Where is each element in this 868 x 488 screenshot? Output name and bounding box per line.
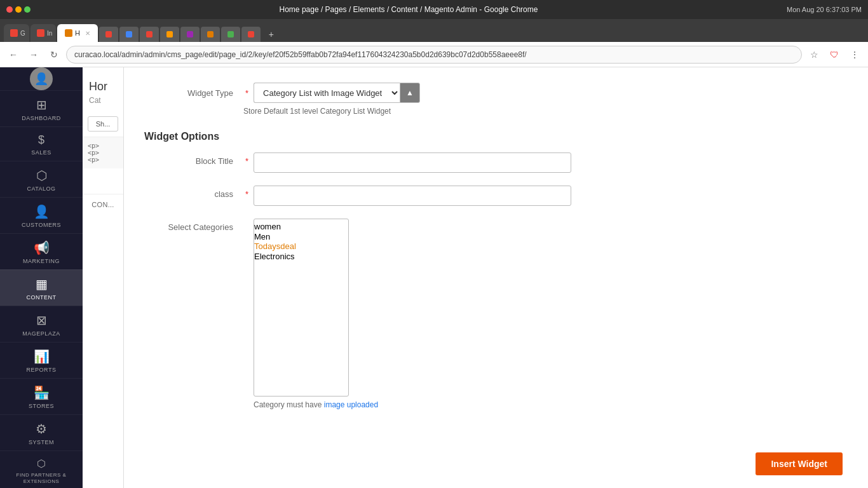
system-tray: Mon Aug 20 6:37:03 PM: [787, 6, 862, 13]
address-bar-row: ← → ↻ curacao.local/admin/admin/cms_page…: [0, 42, 868, 67]
system-icon: ⚙: [36, 421, 47, 437]
chevron-up-icon: ▲: [406, 88, 414, 97]
tab-small-4[interactable]: [160, 27, 179, 42]
partners-icon: ⬡: [37, 458, 46, 470]
logo-avatar: 👤: [30, 67, 53, 90]
sidebar-item-reports[interactable]: 📊 REPORTS: [0, 342, 83, 378]
sidebar-item-system[interactable]: ⚙ SYSTEM: [0, 414, 83, 451]
sidebar-item-content[interactable]: ▦ CONTENT: [0, 269, 83, 306]
block-title-row: Block Title *: [144, 152, 848, 173]
sidebar-label-partners: FIND PARTNERS & EXTENSIONS: [4, 472, 79, 484]
tab-small-6[interactable]: [201, 27, 220, 42]
tab-small-1[interactable]: [99, 27, 118, 42]
show-hide-button[interactable]: Sh...: [88, 116, 118, 132]
active-tab-label: H: [75, 29, 80, 37]
block-title-required: *: [245, 152, 248, 166]
widget-type-select-wrapper: Category List with Image Widget ▲: [254, 83, 420, 103]
store-default-text: Store Default 1st level Category List Wi…: [243, 107, 848, 116]
categories-container: women Men Todaysdeal Electronics Categor…: [254, 219, 378, 409]
tab-small-8[interactable]: [241, 27, 261, 42]
tab-magento-active[interactable]: H ✕: [57, 24, 98, 42]
sidebar-item-dashboard[interactable]: ⊞ DASHBOARD: [0, 90, 83, 126]
widget-form-area: Widget Type * Category List with Image W…: [124, 67, 868, 488]
catalog-icon: ⬡: [36, 168, 47, 183]
window-controls: [6, 6, 31, 13]
menu-button[interactable]: ⋮: [846, 46, 863, 63]
sidebar-item-partners[interactable]: ⬡ FIND PARTNERS & EXTENSIONS: [0, 451, 83, 488]
widget-type-required: *: [245, 88, 248, 98]
sidebar-label-mageplaza: MAGEPLAZA: [22, 330, 60, 337]
bookmark-button[interactable]: ☆: [806, 46, 822, 63]
refresh-button[interactable]: ↻: [46, 46, 62, 63]
tab-inbox[interactable]: In: [31, 24, 56, 42]
sidebar-item-stores[interactable]: 🏪 STORES: [0, 378, 83, 414]
widget-type-dropdown-button[interactable]: ▲: [400, 83, 420, 103]
forward-button[interactable]: →: [25, 46, 42, 63]
back-button[interactable]: ←: [5, 46, 22, 63]
browser-tabs: G In H ✕ +: [0, 19, 868, 42]
reports-icon: 📊: [34, 349, 50, 364]
image-uploaded-link[interactable]: image uploaded: [324, 400, 378, 409]
widget-type-select[interactable]: Category List with Image Widget: [254, 83, 400, 103]
widget-type-label: Widget Type: [144, 88, 233, 98]
category-image-note: Category must have image uploaded: [254, 400, 378, 409]
address-input[interactable]: curacao.local/admin/admin/cms_page/edit/…: [66, 46, 802, 64]
sidebar-label-marketing: MARKETING: [23, 258, 60, 264]
stores-icon: 🏪: [34, 385, 50, 400]
main-content: Hor Cat Sh... <p> <p> <p> Con... Widget …: [83, 67, 868, 488]
left-panel-title: Hor: [83, 74, 123, 96]
marketing-icon: 📢: [34, 240, 50, 255]
sidebar-label-customers: CUSTOMERS: [22, 222, 61, 228]
left-panel-subtitle: Cat: [83, 96, 123, 111]
class-label: class: [144, 186, 233, 199]
insert-widget-button[interactable]: Insert Widget: [756, 452, 843, 475]
select-categories-row: Select Categories women Men Todaysdeal E…: [144, 219, 848, 409]
tab-new[interactable]: +: [262, 27, 281, 42]
code-lines-area: <p> <p> <p>: [83, 137, 123, 168]
tab-small-5[interactable]: [180, 27, 200, 42]
block-title-label: Block Title: [144, 152, 233, 166]
widget-type-row: Widget Type * Category List with Image W…: [144, 83, 848, 103]
select-categories-label: Select Categories: [144, 219, 233, 232]
customers-icon: 👤: [34, 204, 50, 219]
widget-options-title: Widget Options: [144, 131, 848, 142]
sidebar-item-sales[interactable]: $ SALES: [0, 126, 83, 161]
category-option-electronics[interactable]: Electronics: [254, 252, 348, 262]
browser-titlebar: Home page / Pages / Elements / Content /…: [0, 0, 868, 19]
tab-small-7[interactable]: [221, 27, 240, 42]
sidebar-item-catalog[interactable]: ⬡ CATALOG: [0, 161, 83, 197]
sidebar-item-customers[interactable]: 👤 CUSTOMERS: [0, 197, 83, 233]
content-section-label: Con...: [83, 194, 123, 215]
sidebar-label-reports: REPORTS: [27, 367, 57, 373]
content-icon: ▦: [36, 276, 48, 292]
sidebar: 👤 ⊞ DASHBOARD $ SALES ⬡ CATALOG 👤 CUSTOM…: [0, 67, 83, 488]
sidebar-label-system: SYSTEM: [29, 439, 54, 445]
sales-icon: $: [38, 133, 44, 147]
tab-small-2[interactable]: [119, 27, 139, 42]
category-option-men[interactable]: Men: [254, 232, 348, 242]
sidebar-label-sales: SALES: [31, 149, 51, 156]
dashboard-icon: ⊞: [36, 97, 47, 112]
class-input[interactable]: [254, 186, 571, 206]
class-row: class *: [144, 186, 848, 206]
sidebar-label-catalog: CATALOG: [27, 186, 55, 192]
category-option-women[interactable]: women: [254, 222, 348, 232]
sidebar-item-mageplaza[interactable]: ⊠ MAGEPLAZA: [0, 306, 83, 342]
categories-select[interactable]: women Men Todaysdeal Electronics: [254, 219, 349, 396]
sidebar-item-marketing[interactable]: 📢 MARKETING: [0, 233, 83, 269]
category-option-todaysdeal[interactable]: Todaysdeal: [254, 241, 348, 252]
class-required: *: [245, 186, 248, 199]
sidebar-logo: 👤: [0, 67, 83, 90]
url-text: curacao.local/admin/admin/cms_page/edit/…: [74, 50, 794, 59]
sidebar-label-stores: STORES: [29, 403, 54, 409]
block-title-input[interactable]: [254, 152, 571, 173]
tab-gmail-1[interactable]: G: [4, 24, 29, 42]
extension-button[interactable]: 🛡: [826, 46, 843, 63]
window-title: Home page / Pages / Elements / Content /…: [36, 5, 782, 14]
mageplaza-icon: ⊠: [36, 313, 47, 328]
admin-layout: 👤 ⊞ DASHBOARD $ SALES ⬡ CATALOG 👤 CUSTOM…: [0, 67, 868, 488]
tab-small-3[interactable]: [140, 27, 159, 42]
sidebar-label-dashboard: DASHBOARD: [22, 115, 61, 121]
sidebar-label-content: CONTENT: [27, 294, 57, 301]
